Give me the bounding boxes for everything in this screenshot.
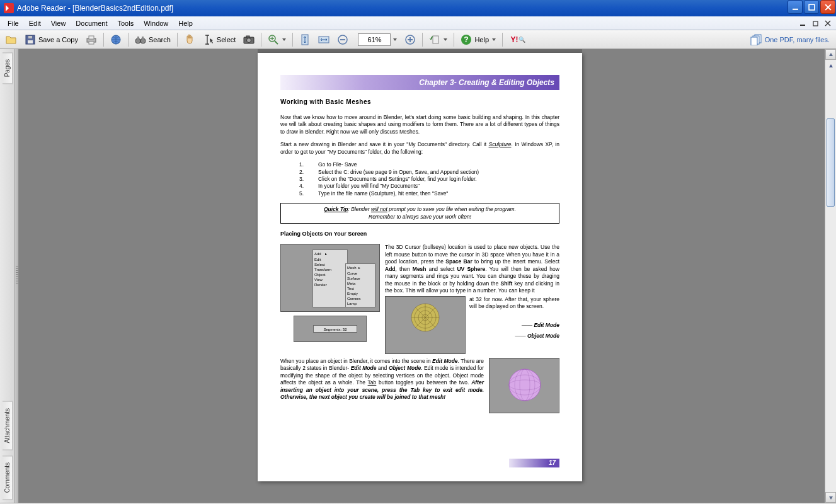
document-page: Chapter 3- Creating & Editing Objects Wo…: [258, 53, 582, 481]
svg-rect-5: [28, 40, 33, 43]
create-pdf-button[interactable]: One PDF, many files.: [747, 32, 833, 47]
zoom-dropdown[interactable]: [392, 36, 400, 43]
sidebar-tab-attachments[interactable]: Attachments: [3, 401, 13, 450]
separator: [128, 33, 129, 47]
svg-rect-1: [809, 4, 815, 10]
svg-rect-0: [793, 8, 798, 9]
yahoo-button[interactable]: Y!🔍: [506, 32, 530, 48]
svg-rect-8: [89, 36, 94, 39]
help-icon: ?: [461, 34, 472, 45]
splitter-handle[interactable]: [15, 49, 19, 503]
svg-point-34: [509, 369, 541, 401]
figure-sphere-object: [489, 358, 559, 413]
email-button[interactable]: [107, 32, 125, 48]
close-button[interactable]: [820, 0, 835, 14]
onepdf-label: One PDF, many files.: [765, 36, 830, 43]
svg-rect-9: [89, 42, 94, 44]
save-copy-button[interactable]: Save a Copy: [21, 32, 81, 48]
separator: [422, 33, 423, 47]
mdi-minimize-button[interactable]: [797, 18, 808, 28]
separator: [292, 33, 293, 47]
scroll-thumb[interactable]: [827, 118, 835, 207]
snapshot-button[interactable]: [240, 32, 258, 48]
mdi-restore-button[interactable]: [810, 18, 821, 28]
help-button[interactable]: ? Help: [457, 32, 499, 48]
paragraph: Now that we know how to move around in B…: [280, 114, 559, 135]
separator: [502, 33, 503, 47]
main-content: Pages Attachments Comments Chapter 3- Cr…: [0, 49, 836, 503]
binoculars-icon: [135, 34, 146, 45]
folder-open-icon: [6, 34, 17, 45]
search-label: Search: [149, 36, 171, 43]
hand-tool-button[interactable]: [181, 32, 198, 48]
menu-window[interactable]: Window: [139, 18, 173, 29]
sidebar: Pages Attachments Comments: [0, 49, 15, 503]
scroll-down-button[interactable]: [825, 492, 836, 503]
menu-view[interactable]: View: [46, 18, 71, 29]
window-title: Adobe Reader - [BlenderBasics2ndEdition.…: [17, 4, 787, 13]
separator: [177, 33, 178, 47]
document-viewport[interactable]: Chapter 3- Creating & Editing Objects Wo…: [15, 49, 825, 503]
sidebar-tab-comments[interactable]: Comments: [3, 455, 13, 500]
separator: [454, 33, 454, 47]
sidebar-tab-pages[interactable]: Pages: [3, 52, 13, 84]
zoom-in-button[interactable]: [265, 32, 289, 48]
search-button[interactable]: Search: [132, 32, 174, 48]
paragraph: Start a new drawing in Blender and save …: [280, 141, 559, 156]
vertical-scrollbar[interactable]: [825, 49, 836, 503]
numbered-list: 1.Go to File- Save 2.Select the C: drive…: [299, 161, 559, 197]
tip-box: Quick Tip: Blender will not prompt you t…: [280, 203, 559, 224]
menubar: File Edit View Document Tools Window Hel…: [0, 16, 836, 30]
zoom-out-button[interactable]: [334, 32, 352, 48]
floppy-icon: [25, 34, 36, 45]
chevron-down-icon: [491, 38, 496, 41]
fit-page-icon: [299, 34, 311, 45]
svg-text:?: ?: [464, 35, 469, 44]
printer-icon: [86, 34, 97, 45]
globe-icon: [110, 34, 122, 45]
menu-help[interactable]: Help: [173, 18, 198, 29]
svg-rect-13: [137, 37, 139, 40]
zoom-level-input[interactable]: [358, 33, 391, 46]
rotate-icon: [429, 34, 440, 45]
separator: [261, 33, 261, 47]
toolbar: Save a Copy Search Select ? Help Y!🔍 One…: [0, 30, 836, 49]
figure-menu: Add ▸EditSelectTransformObjectViewRender…: [280, 244, 380, 312]
minus-circle-icon: [337, 34, 348, 45]
save-copy-label: Save a Copy: [38, 36, 78, 43]
menu-document[interactable]: Document: [71, 18, 112, 29]
text-select-icon: [203, 34, 214, 45]
page-number: 17: [509, 459, 559, 467]
fit-width-button[interactable]: [315, 32, 333, 48]
svg-rect-6: [28, 36, 32, 38]
grip-icon: [16, 266, 18, 285]
yahoo-icon: Y!🔍: [509, 34, 527, 45]
plus-circle-icon: [404, 34, 416, 45]
svg-rect-3: [813, 21, 818, 26]
scroll-up-button[interactable]: [825, 49, 836, 60]
svg-point-16: [247, 38, 251, 42]
hand-icon: [184, 34, 195, 45]
maximize-button[interactable]: [804, 0, 819, 14]
mdi-close-button[interactable]: [822, 18, 833, 28]
svg-rect-28: [751, 37, 757, 45]
minimize-button[interactable]: [787, 0, 803, 14]
print-button[interactable]: [83, 32, 100, 48]
separator: [103, 33, 104, 47]
figure-sphere-edit: [385, 296, 466, 354]
open-button[interactable]: [3, 32, 20, 48]
chapter-banner: Chapter 3- Creating & Editing Objects: [280, 75, 559, 90]
scroll-page-up[interactable]: [825, 60, 836, 71]
menu-edit[interactable]: Edit: [24, 18, 46, 29]
select-tool-button[interactable]: Select: [200, 32, 239, 48]
figure-segments: Segments: 32: [294, 316, 367, 342]
app-icon: [4, 3, 14, 13]
svg-rect-17: [246, 36, 249, 38]
zoom-in2-button[interactable]: [401, 32, 419, 48]
fit-page-button[interactable]: [296, 32, 314, 48]
menu-file[interactable]: File: [3, 18, 24, 29]
rotate-button[interactable]: [426, 32, 450, 48]
chevron-down-icon: [282, 38, 286, 41]
fit-width-icon: [318, 34, 329, 45]
menu-tools[interactable]: Tools: [113, 18, 139, 29]
